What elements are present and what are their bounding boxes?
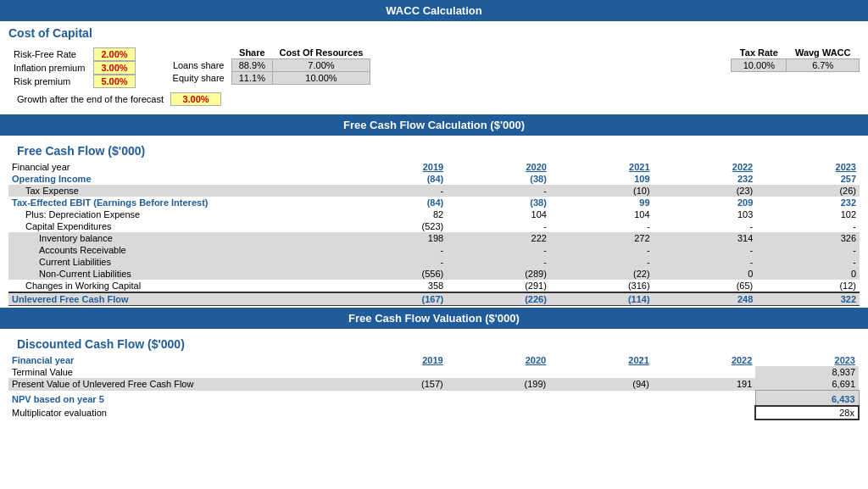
fcf-row-val: 209: [654, 197, 757, 208]
dcf-col-header-year: 2021: [549, 354, 653, 366]
fcf-col-header-year: 2023: [756, 161, 860, 173]
growth-value: 3.00%: [170, 92, 221, 106]
fcf-row-val: 272: [550, 232, 654, 244]
fcf-row-val: -: [447, 256, 550, 268]
fcf-row-label: Changes in Working Capital: [8, 280, 344, 292]
multi-empty: [343, 406, 447, 420]
main-title: WACC Calculation: [386, 4, 481, 17]
fcf-row-label: Capital Expenditures: [8, 220, 344, 232]
dcf-section: Discounted Cash Flow ($'000) Financial y…: [0, 329, 868, 422]
growth-label: Growth after the end of the forecast: [17, 94, 164, 104]
fcf-row-val: 0: [756, 268, 860, 280]
fcf-row-val: 99: [550, 197, 654, 208]
fcf-row-val: -: [654, 256, 757, 268]
dcf-title: Discounted Cash Flow ($'000): [8, 332, 860, 354]
dcf-col-header-year: 2019: [343, 354, 447, 366]
cost-of-capital-section: Cost of Capital Risk-Free Rate 2.00%Infl…: [0, 21, 868, 114]
rates-block: Risk-Free Rate 2.00%Inflation premium 3.…: [8, 47, 141, 89]
npv-empty: [343, 391, 447, 407]
fcf-row-val: 103: [654, 208, 757, 220]
rate-label: Risk-Free Rate: [10, 48, 88, 60]
fcf-row-val: (26): [756, 185, 860, 197]
cost-value: 10.00%: [272, 72, 370, 85]
fcf-row-val: -: [756, 256, 860, 268]
dcf-row-val: [343, 366, 447, 378]
fcf-row-val: 257: [756, 173, 860, 185]
tax-wacc-block: Tax RateWavg WACC10.00%6.7%: [731, 47, 860, 72]
dcf-col-header-year: 2023: [755, 354, 859, 366]
fcf-row-val: -: [344, 185, 448, 197]
fcf-col-header-year: 2022: [654, 161, 757, 173]
multi-value: 28x: [755, 406, 859, 420]
fcf-row-val: -: [344, 244, 448, 256]
fcf-row-label: Inventory balance: [8, 232, 344, 244]
fcf-row-val: (556): [344, 268, 448, 280]
fcf-row-val: -: [447, 220, 550, 232]
fcf-row-label: Tax-Effected EBIT (Earnings Before Inter…: [8, 197, 344, 208]
npv-empty: [653, 391, 756, 407]
fcf-row-val: (167): [344, 292, 448, 306]
fcf-row-val: 248: [654, 292, 757, 306]
fcf-row-val: -: [447, 244, 550, 256]
fcf-row-val: (316): [550, 280, 654, 292]
share-value: 88.9%: [231, 59, 272, 72]
share-block: ShareCost Of ResourcesLoans share88.9%7.…: [166, 47, 370, 85]
fcf-row-label: Operating Income: [8, 173, 344, 185]
fcf-header: Free Cash Flow Calculation ($'000): [0, 114, 868, 136]
main-header: WACC Calculation: [0, 0, 868, 21]
fcf-row-val: -: [756, 244, 860, 256]
dcf-row-val: 191: [653, 378, 756, 391]
fcf-col-header-label: Financial year: [8, 161, 344, 173]
fcf-row-label: Accounts Receivable: [8, 244, 344, 256]
fcf-row-val: -: [550, 244, 654, 256]
fcf-row-val: 198: [344, 232, 448, 244]
fcf-row-val: (38): [447, 197, 550, 208]
dcf-row-label: Terminal Value: [8, 366, 343, 378]
fcf-row-val: -: [447, 185, 550, 197]
fcf-row-val: (65): [654, 280, 757, 292]
fcf-row-val: (289): [447, 268, 550, 280]
multi-empty: [549, 406, 653, 420]
fcf-row-val: 82: [344, 208, 448, 220]
rate-label: Inflation premium: [10, 62, 88, 74]
fcf-row-label: Unlevered Free Cash Flow: [8, 292, 344, 306]
dcf-row-label: Present Value of Unlevered Free Cash Flo…: [8, 378, 343, 391]
npv-empty: [549, 391, 653, 407]
multi-empty: [653, 406, 756, 420]
dcf-col-header-year: 2022: [653, 354, 756, 366]
fcf-row-val: (12): [756, 280, 860, 292]
dcf-row-val: [653, 366, 756, 378]
rate-value: 5.00%: [93, 75, 135, 88]
fcf-row-val: -: [550, 220, 654, 232]
growth-row: Growth after the end of the forecast 3.0…: [8, 89, 860, 109]
dcf-row-val: [447, 366, 550, 378]
dcf-row-val: (94): [549, 378, 653, 391]
dcf-row-val: [549, 366, 653, 378]
fcf-title: Free Cash Flow ($'000): [8, 139, 860, 161]
share-row-label: Equity share: [166, 72, 232, 85]
fcf-row-val: 322: [756, 292, 860, 306]
fcf-row-val: 109: [550, 173, 654, 185]
fcf-row-val: (291): [447, 280, 550, 292]
dcf-col-header-label: Financial year: [8, 354, 343, 366]
rate-value: 2.00%: [93, 47, 135, 61]
fcf-row-val: 104: [447, 208, 550, 220]
fcf-row-label: Current Liabilities: [8, 256, 344, 268]
rate-label: Risk premium: [10, 75, 88, 87]
valuation-header: Free Cash Flow Valuation ($'000): [0, 308, 868, 329]
fcf-row-label: Non-Current Liabilities: [8, 268, 344, 280]
fcf-row-val: -: [550, 256, 654, 268]
fcf-row-val: (226): [447, 292, 550, 306]
dcf-row-val: (199): [447, 378, 550, 391]
npv-label: NPV based on year 5: [8, 391, 343, 407]
fcf-row-label: Tax Expense: [8, 185, 344, 197]
fcf-row-val: (84): [344, 173, 448, 185]
fcf-row-val: 222: [447, 232, 550, 244]
cost-of-capital-title: Cost of Capital: [0, 21, 868, 43]
fcf-row-val: 102: [756, 208, 860, 220]
fcf-row-val: (84): [344, 197, 448, 208]
fcf-row-val: 326: [756, 232, 860, 244]
dcf-row-val: 6,691: [755, 378, 859, 391]
multi-label: Multiplicator evaluation: [8, 406, 343, 420]
fcf-row-val: 314: [654, 232, 757, 244]
